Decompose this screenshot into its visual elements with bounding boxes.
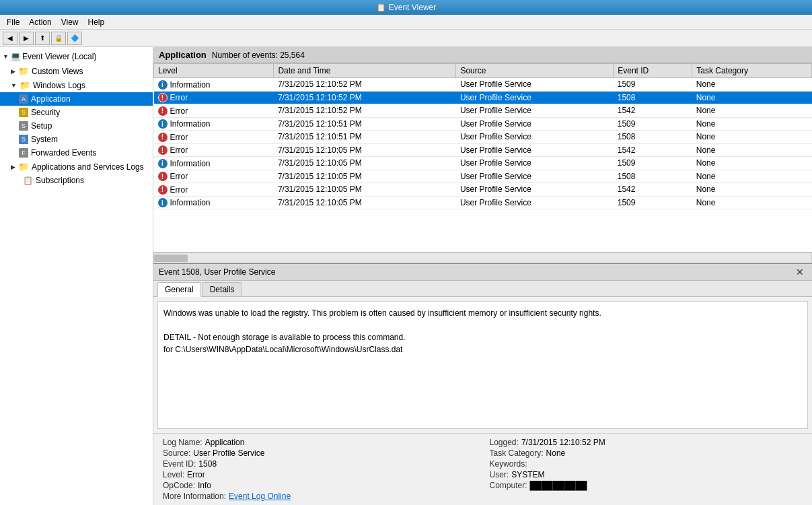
level-icon-wrap: ! Error: [158, 106, 188, 116]
table-row[interactable]: i Information 7/31/2015 12:10:05 PM User…: [154, 157, 812, 170]
meta-source: Source: User Profile Service: [163, 448, 476, 458]
cell-datetime: 7/31/2015 12:10:52 PM: [274, 104, 456, 118]
toolbar: ◀ ▶ ⬆ 🔒 🔷: [0, 30, 812, 47]
meta-opcode-label: OpCode:: [163, 481, 195, 490]
cell-eventid: 1509: [614, 78, 692, 92]
cell-level: ! Error: [154, 183, 274, 197]
sidebar-item-windows-logs[interactable]: ▼ 📁 Windows Logs: [0, 78, 153, 92]
sidebar-item-setup[interactable]: S Setup: [0, 119, 153, 133]
subscriptions-icon: 📋: [23, 176, 33, 185]
table-row[interactable]: ! Error 7/31/2015 12:10:05 PM User Profi…: [154, 143, 812, 157]
right-panel: Application Number of events: 25,564 Lev…: [153, 47, 812, 505]
sidebar-item-subscriptions[interactable]: 📋 Subscriptions: [0, 174, 153, 187]
menu-help[interactable]: Help: [84, 16, 109, 28]
error-icon: !: [158, 106, 168, 116]
tab-general[interactable]: General: [157, 282, 201, 297]
table-row[interactable]: i Information 7/31/2015 12:10:52 PM User…: [154, 78, 812, 92]
sidebar-item-security[interactable]: S Security: [0, 106, 153, 119]
windows-logs-label: Windows Logs: [33, 81, 85, 90]
menu-action[interactable]: Action: [25, 16, 55, 28]
sidebar-item-custom-views[interactable]: ▶ 📁 Custom Views: [0, 64, 153, 78]
col-eventid[interactable]: Event ID: [614, 64, 692, 78]
col-source[interactable]: Source: [456, 64, 614, 78]
cell-level: ! Error: [154, 143, 274, 157]
cell-taskcategory: None: [692, 104, 812, 118]
detail-body: Windows was unable to load the registry.…: [157, 301, 808, 429]
cell-source: User Profile Service: [456, 196, 614, 209]
sidebar-item-application[interactable]: A Application: [0, 92, 153, 106]
menu-file[interactable]: File: [3, 16, 24, 28]
events-header: Application Number of events: 25,564: [153, 47, 812, 63]
sidebar-item-system[interactable]: S System: [0, 133, 153, 146]
col-taskcategory[interactable]: Task Category: [692, 64, 812, 78]
cell-taskcategory: None: [692, 183, 812, 197]
meta-logname-value: Application: [205, 438, 245, 447]
level-icon-wrap: i Information: [158, 80, 211, 90]
meta-computer: Computer: ██████████: [490, 481, 803, 490]
setup-icon: S: [19, 121, 28, 131]
detail-tabs: General Details: [153, 281, 812, 297]
meta-taskcategory-label: Task Category:: [490, 448, 544, 458]
error-icon: !: [158, 145, 168, 155]
level-icon-wrap: ! Error: [158, 172, 188, 181]
cell-level: i Information: [154, 78, 274, 92]
events-table-container[interactable]: Level Date and Time Source Event ID Task…: [153, 63, 812, 252]
toolbar-forward[interactable]: ▶: [19, 32, 34, 45]
menu-view[interactable]: View: [57, 16, 83, 28]
sidebar-root[interactable]: ▼ 💻 Event Viewer (Local): [0, 48, 153, 64]
cell-taskcategory: None: [692, 78, 812, 92]
cell-eventid: 1508: [614, 170, 692, 183]
table-row[interactable]: ! Error 7/31/2015 12:10:52 PM User Profi…: [154, 91, 812, 104]
cell-level: ! Error: [154, 131, 274, 144]
meta-moreinfo-link[interactable]: Event Log Online: [229, 492, 291, 501]
toolbar-btn2[interactable]: 🔷: [67, 32, 82, 45]
meta-opcode: OpCode: Info: [163, 481, 476, 490]
windows-logs-expand-icon: ▼: [11, 82, 17, 89]
col-level[interactable]: Level: [154, 64, 274, 78]
application-icon: A: [19, 94, 28, 104]
cell-level: ! Error: [154, 170, 274, 183]
sidebar-item-forwarded-events[interactable]: F Forwarded Events: [0, 146, 153, 160]
app-services-expand-icon: ▶: [11, 164, 15, 170]
cell-eventid: 1509: [614, 117, 692, 131]
cell-taskcategory: None: [692, 157, 812, 170]
meta-level-label: Level:: [163, 470, 184, 479]
toolbar-up[interactable]: ⬆: [35, 32, 50, 45]
col-datetime[interactable]: Date and Time: [274, 64, 456, 78]
subscriptions-label: Subscriptions: [36, 176, 84, 185]
cell-datetime: 7/31/2015 12:10:51 PM: [274, 131, 456, 144]
cell-level: ! Error: [154, 91, 274, 104]
cell-taskcategory: None: [692, 117, 812, 131]
detail-message: Windows was unable to load the registry.…: [163, 307, 802, 356]
app-services-folder-icon: 📁: [18, 162, 29, 172]
level-icon-wrap: i Information: [158, 159, 211, 168]
meta-logname: Log Name: Application: [163, 438, 476, 447]
detail-close-button[interactable]: ✕: [793, 267, 807, 277]
toolbar-back[interactable]: ◀: [3, 32, 17, 45]
cell-source: User Profile Service: [456, 157, 614, 170]
meta-keywords-label: Keywords:: [490, 459, 527, 469]
tab-details[interactable]: Details: [202, 282, 242, 296]
sidebar-item-app-services[interactable]: ▶ 📁 Applications and Services Logs: [0, 160, 153, 174]
table-row[interactable]: ! Error 7/31/2015 12:10:52 PM User Profi…: [154, 104, 812, 118]
toolbar-btn1[interactable]: 🔒: [51, 32, 66, 45]
detail-panel: Event 1508, User Profile Service ✕ Gener…: [153, 263, 812, 505]
meta-logged-label: Logged:: [490, 438, 519, 447]
cell-eventid: 1508: [614, 91, 692, 104]
table-row[interactable]: ! Error 7/31/2015 12:10:51 PM User Profi…: [154, 131, 812, 144]
detail-message-text: Windows was unable to load the registry.…: [163, 308, 601, 318]
system-label: System: [31, 135, 58, 144]
meta-eventid: Event ID: 1508: [163, 459, 476, 469]
cell-datetime: 7/31/2015 12:10:05 PM: [274, 183, 456, 197]
cell-taskcategory: None: [692, 196, 812, 209]
custom-views-label: Custom Views: [32, 67, 83, 76]
cell-eventid: 1509: [614, 157, 692, 170]
horizontal-scrollbar[interactable]: [153, 252, 812, 263]
detail-header: Event 1508, User Profile Service ✕: [153, 264, 812, 281]
table-row[interactable]: i Information 7/31/2015 12:10:05 PM User…: [154, 196, 812, 209]
table-row[interactable]: i Information 7/31/2015 12:10:51 PM User…: [154, 117, 812, 131]
table-row[interactable]: ! Error 7/31/2015 12:10:05 PM User Profi…: [154, 183, 812, 197]
info-icon: i: [158, 198, 168, 207]
table-row[interactable]: ! Error 7/31/2015 12:10:05 PM User Profi…: [154, 170, 812, 183]
cell-datetime: 7/31/2015 12:10:05 PM: [274, 157, 456, 170]
